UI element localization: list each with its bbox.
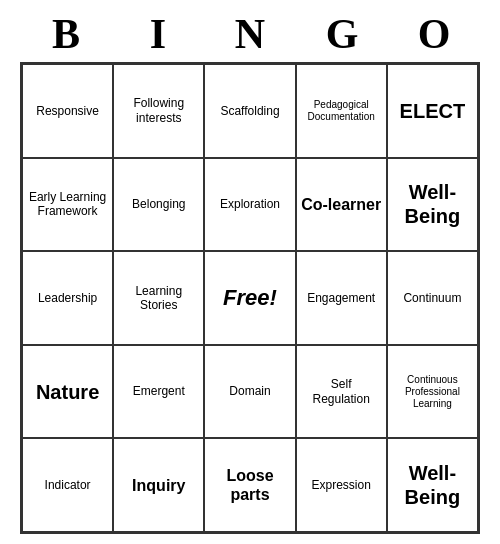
- bingo-title: BINGO: [20, 10, 480, 58]
- cell-r3-c2: Domain: [204, 345, 295, 439]
- cell-r0-c4: ELECT: [387, 64, 478, 158]
- cell-r0-c2: Scaffolding: [204, 64, 295, 158]
- cell-r1-c3: Co-learner: [296, 158, 387, 252]
- cell-r1-c4: Well-Being: [387, 158, 478, 252]
- cell-r3-c3: Self Regulation: [296, 345, 387, 439]
- bingo-letter-b: B: [22, 10, 110, 58]
- cell-r1-c1: Belonging: [113, 158, 204, 252]
- cell-r2-c1: Learning Stories: [113, 251, 204, 345]
- bingo-letter-g: G: [298, 10, 386, 58]
- bingo-grid: ResponsiveFollowing interestsScaffolding…: [20, 62, 480, 534]
- bingo-letter-n: N: [206, 10, 294, 58]
- cell-r2-c3: Engagement: [296, 251, 387, 345]
- cell-r4-c2: Loose parts: [204, 438, 295, 532]
- cell-r1-c0: Early Learning Framework: [22, 158, 113, 252]
- cell-r4-c3: Expression: [296, 438, 387, 532]
- cell-r2-c2: Free!: [204, 251, 295, 345]
- cell-r1-c2: Exploration: [204, 158, 295, 252]
- cell-r0-c1: Following interests: [113, 64, 204, 158]
- cell-r3-c1: Emergent: [113, 345, 204, 439]
- cell-r3-c0: Nature: [22, 345, 113, 439]
- cell-r0-c3: Pedagogical Documentation: [296, 64, 387, 158]
- cell-r2-c0: Leadership: [22, 251, 113, 345]
- bingo-letter-o: O: [390, 10, 478, 58]
- cell-r2-c4: Continuum: [387, 251, 478, 345]
- cell-r4-c1: Inquiry: [113, 438, 204, 532]
- cell-r3-c4: Continuous Professional Learning: [387, 345, 478, 439]
- cell-r0-c0: Responsive: [22, 64, 113, 158]
- cell-r4-c4: Well-Being: [387, 438, 478, 532]
- cell-r4-c0: Indicator: [22, 438, 113, 532]
- bingo-letter-i: I: [114, 10, 202, 58]
